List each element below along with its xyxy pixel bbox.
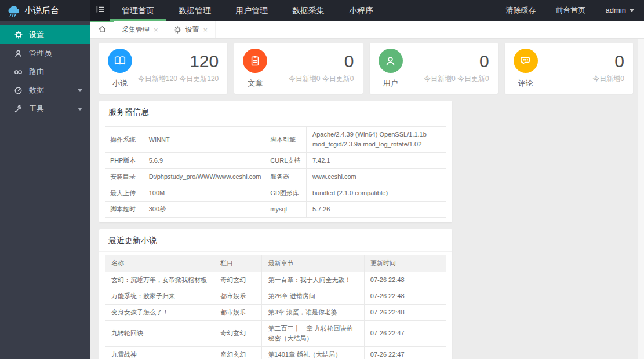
stat-subtitle: 今日新增0 今日更新0 xyxy=(424,74,489,84)
tab-label: 采集管理 xyxy=(122,25,150,35)
sidebar-item-routes[interactable]: 路由 xyxy=(0,63,90,81)
stat-value: 0 xyxy=(614,53,624,70)
clear-cache-button[interactable]: 清除缓存 xyxy=(496,0,546,21)
panel-title: 最近更新小说 xyxy=(99,229,452,252)
tab-label: 设置 xyxy=(185,25,199,35)
table-row: 最大上传 100M GD图形库 bundled (2.1.0 compatibl… xyxy=(105,185,446,202)
server-info-panel: 服务器信息 操作系统 WINNT 脚本引擎 Apache/2.4.39 (Win… xyxy=(99,101,452,222)
table-row: 安装目录 D:/phpstudy_pro/WWW/www.ceshi.com 服… xyxy=(105,169,446,185)
sidebar-item-label: 数据 xyxy=(29,85,44,96)
stat-subtitle: 今日新增0 今日更新0 xyxy=(289,74,354,84)
column-header: 更新时间 xyxy=(364,255,446,272)
close-icon[interactable]: × xyxy=(154,26,158,34)
book-icon xyxy=(108,49,132,73)
tab-settings[interactable]: 设置 × xyxy=(166,21,216,38)
stat-cards-row: 小说 120 今日新增120 今日更新120 xyxy=(99,43,633,94)
chevron-down-icon xyxy=(78,108,82,111)
recent-novels-panel: 最近更新小说 名称 栏目 最新章节 更新时间 xyxy=(99,229,452,359)
column-header: 名称 xyxy=(105,255,214,272)
close-icon[interactable]: × xyxy=(203,26,208,34)
stat-label: 评论 xyxy=(518,79,533,88)
nav-item-data-collect[interactable]: 数据采集 xyxy=(280,0,337,21)
app-title: 小说后台 xyxy=(24,5,59,16)
chevron-down-icon xyxy=(78,89,82,92)
header-actions: 清除缓存 前台首页 admin xyxy=(496,0,644,21)
stat-card-articles: 文章 0 今日新增0 今日更新0 xyxy=(234,43,362,94)
stat-label: 小说 xyxy=(112,79,128,88)
front-home-link[interactable]: 前台首页 xyxy=(546,0,596,21)
server-info-table: 操作系统 WINNT 脚本引擎 Apache/2.4.39 (Win64) Op… xyxy=(105,126,446,218)
stat-value: 0 xyxy=(479,53,489,70)
user-icon xyxy=(379,49,403,73)
recent-novels-table: 名称 栏目 最新章节 更新时间 玄幻：沉睡万年，女帝掀我棺材板 奇幻玄幻 第一百… xyxy=(105,255,446,359)
nav-item-mini-program[interactable]: 小程序 xyxy=(337,0,385,21)
gear-icon xyxy=(174,26,181,34)
tools-icon xyxy=(14,105,23,113)
admin-app: 小说后台 管理首页 数据管理 用户管理 数据采集 小程序 清除缓存 前台首页 a… xyxy=(0,0,644,359)
chevron-down-icon xyxy=(630,9,634,12)
nav-item-data-manage[interactable]: 数据管理 xyxy=(166,0,223,21)
top-header: 小说后台 管理首页 数据管理 用户管理 数据采集 小程序 清除缓存 前台首页 a… xyxy=(0,0,644,21)
brand: 小说后台 xyxy=(0,0,90,21)
stat-value: 0 xyxy=(344,53,354,70)
gear-icon xyxy=(14,31,23,39)
table-row: 九转轮回诀 奇幻玄幻 第二百三十一章 九转轮回诀的秘密（大结局） 07-26 2… xyxy=(105,320,446,346)
article-icon xyxy=(243,49,267,73)
column-header: 栏目 xyxy=(214,255,262,272)
comment-icon xyxy=(514,49,538,73)
table-row: PHP版本 5.6.9 CURL支持 7.42.1 xyxy=(105,153,446,169)
stat-subtitle: 今日新增0 xyxy=(592,74,624,84)
username: admin xyxy=(606,0,626,21)
stat-label: 用户 xyxy=(383,79,398,88)
sidebar-toggle-button[interactable] xyxy=(90,0,110,21)
sidebar-item-admins[interactable]: 管理员 xyxy=(0,44,90,63)
table-row: 玄幻：沉睡万年，女帝掀我棺材板 奇幻玄幻 第一百章：我于人间全无敌！ 07-26… xyxy=(105,272,446,288)
stat-card-comments: 评论 0 今日新增0 xyxy=(505,43,633,94)
stat-subtitle: 今日新增120 今日更新120 xyxy=(138,74,219,84)
sidebar-item-tools[interactable]: 工具 xyxy=(0,100,90,118)
dashboard-content: 小说 120 今日新增120 今日更新120 xyxy=(90,39,638,359)
column-header: 最新章节 xyxy=(262,255,364,272)
table-row: 操作系统 WINNT 脚本引擎 Apache/2.4.39 (Win64) Op… xyxy=(105,127,446,153)
vertical-scrollbar[interactable] xyxy=(638,39,644,359)
stat-card-users: 用户 0 今日新增0 今日更新0 xyxy=(370,43,498,94)
sidebar-item-label: 管理员 xyxy=(29,48,52,58)
user-icon xyxy=(14,49,23,58)
table-row: 变身女孩子怎么了！ 都市娱乐 第3章 滚蛋，谁是你老婆 07-26 22:48 xyxy=(105,304,446,320)
sidebar-item-label: 工具 xyxy=(29,104,44,114)
home-icon xyxy=(98,25,107,36)
stat-card-novels: 小说 120 今日新增120 今日更新120 xyxy=(99,43,227,94)
sidebar-item-label: 设置 xyxy=(29,30,44,40)
table-row: 九霄战神 奇幻玄幻 第1401章 婚礼（大结局） 07-26 22:47 xyxy=(105,346,446,359)
tab-collect-manage[interactable]: 采集管理 × xyxy=(114,21,166,38)
sidebar-item-data[interactable]: 数据 xyxy=(0,81,90,100)
nav-item-admin-home[interactable]: 管理首页 xyxy=(110,0,166,21)
sidebar-item-label: 路由 xyxy=(29,67,44,77)
tab-bar: 采集管理 × 设置 × xyxy=(90,21,644,39)
stat-label: 文章 xyxy=(248,79,263,88)
user-menu[interactable]: admin xyxy=(596,0,644,21)
tab-home[interactable] xyxy=(90,21,114,38)
table-row: 万能系统：败家子归来 都市娱乐 第26章 进错房间 07-26 22:48 xyxy=(105,288,446,304)
route-icon xyxy=(14,68,23,76)
stat-value: 120 xyxy=(190,53,219,70)
table-row: 脚本超时 300秒 mysql 5.7.26 xyxy=(105,202,446,218)
nav-item-user-manage[interactable]: 用户管理 xyxy=(223,0,280,21)
top-nav: 管理首页 数据管理 用户管理 数据采集 小程序 xyxy=(110,0,385,21)
sidebar: 设置 管理员 路由 数据 xyxy=(0,21,90,359)
gauge-icon xyxy=(14,86,23,95)
main-area: 采集管理 × 设置 × xyxy=(90,21,644,359)
table-header-row: 名称 栏目 最新章节 更新时间 xyxy=(105,255,446,272)
sidebar-item-settings[interactable]: 设置 xyxy=(0,25,90,44)
collapse-menu-icon xyxy=(96,5,105,16)
cloud-rain-icon xyxy=(6,3,20,17)
panel-title: 服务器信息 xyxy=(99,101,452,123)
